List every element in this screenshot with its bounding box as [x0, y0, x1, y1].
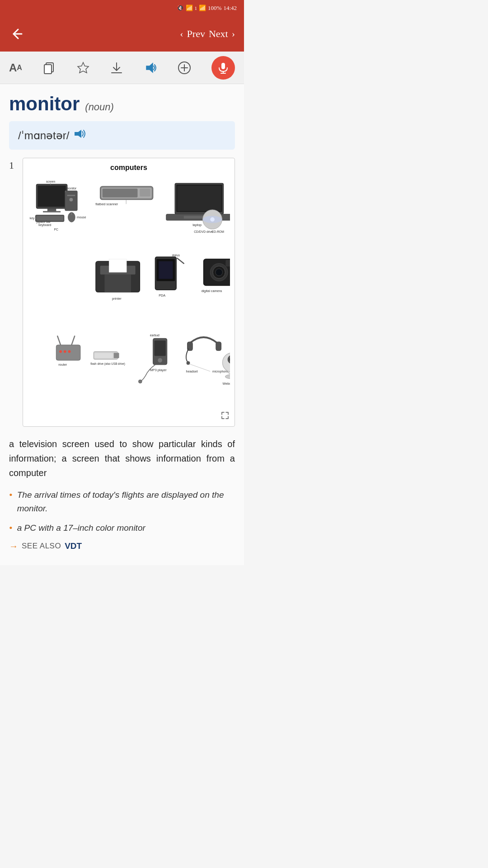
battery-label: 100% — [208, 5, 221, 12]
vdt-link[interactable]: VDT — [65, 541, 82, 551]
svg-marker-3 — [78, 62, 89, 73]
toolbar: AA — [0, 52, 244, 84]
svg-text:router: router — [58, 363, 67, 367]
clock: 14:42 — [223, 5, 237, 12]
image-title: computers — [28, 164, 230, 172]
see-also-label: SEE ALSO — [22, 542, 61, 551]
mute-icon: 🔇 — [177, 5, 184, 12]
svg-rect-38 — [140, 189, 150, 197]
image-section: 1 computers sc — [9, 158, 235, 427]
svg-text:mouse: mouse — [77, 216, 86, 219]
see-also: → SEE ALSO VDT — [9, 541, 235, 552]
svg-rect-55 — [109, 259, 127, 272]
svg-marker-6 — [146, 63, 153, 72]
add-button[interactable] — [178, 61, 191, 75]
svg-marker-13 — [75, 130, 81, 138]
svg-text:keyboard: keyboard — [38, 223, 51, 227]
prev-button[interactable]: Prev — [187, 28, 205, 40]
next-button[interactable]: Next — [209, 28, 228, 40]
back-button[interactable] — [9, 27, 23, 41]
svg-rect-43 — [177, 185, 221, 211]
status-icons: 🔇 📶 1 📶 100% 14:42 — [177, 5, 237, 12]
svg-text:|space bar: |space bar — [36, 220, 51, 224]
svg-rect-37 — [103, 189, 138, 197]
mic-button[interactable] — [211, 56, 235, 80]
word-heading: monitor (noun) — [9, 93, 235, 115]
svg-point-70 — [59, 350, 62, 353]
svg-text:screen: screen — [46, 180, 56, 183]
svg-rect-16 — [47, 208, 56, 211]
signal-icon: 📶 — [199, 5, 206, 12]
svg-point-19 — [70, 198, 73, 202]
svg-point-49 — [203, 216, 222, 223]
svg-text:stylus: stylus — [172, 254, 180, 257]
svg-rect-81 — [154, 340, 165, 356]
svg-rect-17 — [43, 211, 61, 212]
svg-rect-20 — [67, 195, 75, 196]
svg-rect-77 — [114, 353, 119, 358]
computers-diagram: computers screen — [23, 158, 235, 427]
svg-text:flash drive (also USB drive): flash drive (also USB drive) — [90, 362, 125, 366]
svg-line-60 — [177, 258, 184, 264]
svg-point-66 — [216, 269, 223, 276]
svg-point-88 — [187, 361, 190, 365]
svg-text:digital camera: digital camera — [202, 289, 222, 293]
svg-line-73 — [57, 336, 61, 344]
svg-text:flatbed scanner: flatbed scanner — [95, 202, 118, 206]
definition-text: a television screen used to show particu… — [9, 437, 235, 480]
bullet-2: • — [9, 522, 13, 534]
next-chevron-icon: › — [232, 28, 235, 40]
svg-text:printer: printer — [112, 297, 122, 301]
svg-rect-78 — [94, 353, 113, 358]
pronunciation-sound-button[interactable] — [74, 128, 87, 142]
svg-rect-15 — [38, 185, 66, 207]
svg-rect-54 — [104, 274, 131, 292]
nav-bar: ‹ Prev Next › — [0, 16, 244, 52]
example-1: • The arrival times of today's flights a… — [9, 488, 235, 515]
svg-rect-10 — [221, 63, 225, 69]
pronunciation-box: /ˈmɑnətər/ — [9, 121, 235, 150]
pronunciation-text: /ˈmɑnətər/ — [18, 129, 69, 142]
svg-text:CD/DVD drive: CD/DVD drive — [194, 230, 213, 233]
svg-text:PDA: PDA — [159, 293, 165, 297]
svg-point-83 — [138, 380, 142, 383]
wifi-icon: 📶 — [186, 5, 193, 12]
svg-text:earbud: earbud — [150, 334, 160, 337]
star-button[interactable] — [76, 61, 90, 75]
svg-rect-67 — [225, 260, 230, 267]
see-also-arrow-icon: → — [9, 541, 18, 552]
svg-rect-69 — [56, 345, 80, 360]
svg-rect-87 — [216, 342, 221, 350]
svg-point-95 — [225, 374, 230, 379]
definition-number: 1 — [9, 160, 18, 427]
example-text-2: a PC with a 17–inch color monitor — [17, 521, 145, 534]
font-size-button[interactable]: AA — [9, 61, 22, 74]
example-2: • a PC with a 17–inch color monitor — [9, 521, 235, 534]
expand-image-button[interactable] — [219, 410, 231, 423]
svg-text:Webcam™: Webcam™ — [222, 382, 230, 386]
sound-button[interactable] — [144, 61, 157, 75]
svg-text:key: key — [30, 217, 35, 220]
nav-controls: ‹ Prev Next › — [180, 28, 235, 40]
svg-text:CD-ROM: CD-ROM — [211, 230, 224, 233]
word-text: monitor — [9, 93, 80, 115]
sim-icon: 1 — [195, 5, 197, 11]
svg-text:laptop: laptop — [192, 223, 202, 227]
content-area: monitor (noun) /ˈmɑnətər/ 1 computers — [0, 84, 244, 565]
svg-text:headset: headset — [186, 369, 198, 373]
copy-button[interactable] — [42, 61, 56, 75]
svg-text:MP3 player: MP3 player — [150, 368, 167, 372]
svg-point-72 — [68, 350, 71, 353]
download-button[interactable] — [110, 61, 123, 75]
part-of-speech: (noun) — [85, 101, 114, 113]
svg-line-74 — [71, 336, 75, 344]
svg-rect-2 — [44, 65, 52, 74]
svg-text:PC: PC — [54, 228, 58, 231]
status-bar: 🔇 📶 1 📶 100% 14:42 — [0, 0, 244, 16]
prev-chevron-icon: ‹ — [180, 28, 183, 40]
svg-point-82 — [158, 358, 162, 363]
example-text-1: The arrival times of today's flights are… — [17, 488, 235, 515]
svg-rect-59 — [159, 261, 173, 279]
svg-point-71 — [64, 350, 66, 353]
bullet-1: • — [9, 489, 13, 501]
